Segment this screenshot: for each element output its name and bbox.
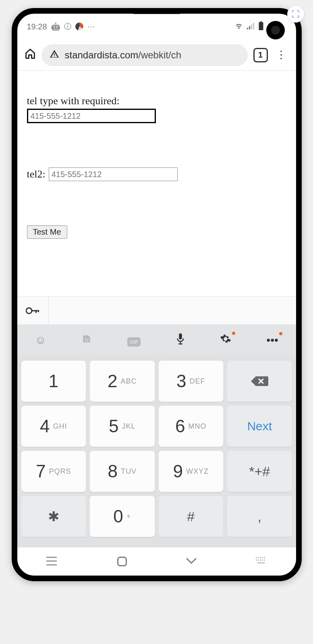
key-4[interactable]: 4GHI (21, 406, 86, 447)
key-1[interactable]: 1 (21, 361, 86, 402)
key-3[interactable]: 3DEF (159, 361, 224, 402)
svg-rect-18 (262, 557, 263, 558)
svg-rect-20 (256, 559, 257, 561)
nav-keyboard-switch-icon[interactable] (256, 557, 266, 566)
more-notifications-icon: ⋯ (87, 22, 95, 31)
keyboard-more-icon[interactable]: ••• (266, 334, 278, 347)
smart-select-icon: ⛶ (287, 6, 304, 23)
tel2-input[interactable] (49, 167, 178, 181)
key-0[interactable]: 0+ (90, 496, 155, 537)
key-6[interactable]: 6MNO (159, 406, 224, 447)
phone-frame: 19:28 🤖 ⓘ ⋯ (12, 8, 302, 581)
autofill-strip (17, 296, 296, 324)
url-bar[interactable]: standardista.com/webkit/ch (41, 44, 248, 66)
tabs-button[interactable]: 1 (253, 48, 268, 62)
password-key-icon[interactable] (17, 297, 49, 324)
key-5[interactable]: 5JKL (90, 406, 155, 447)
svg-rect-23 (262, 559, 263, 561)
svg-rect-12 (179, 333, 182, 339)
not-secure-icon (50, 49, 59, 61)
status-bar: 19:28 🤖 ⓘ ⋯ (17, 14, 296, 39)
tel1-input[interactable] (27, 109, 156, 123)
tab-count-label: 1 (258, 50, 263, 60)
key-7[interactable]: 7PQRS (21, 451, 86, 492)
svg-rect-15 (256, 557, 257, 558)
mic-icon[interactable] (176, 333, 185, 348)
test-me-button[interactable]: Test Me (27, 225, 67, 239)
nav-home-button[interactable] (117, 557, 127, 566)
svg-rect-17 (260, 557, 261, 558)
front-camera (266, 21, 285, 39)
clock: 19:28 (27, 22, 47, 31)
key-next[interactable]: Next (227, 406, 292, 447)
numeric-keypad: 1 2ABC 3DEF 4GHI 5JKL 6MNO Next 7PQRS 8T… (17, 356, 296, 547)
svg-rect-8 (35, 310, 37, 313)
wifi-icon (235, 22, 243, 31)
nav-recents-button[interactable]: ||| (46, 556, 59, 567)
svg-rect-16 (258, 557, 259, 558)
android-icon: 🤖 (51, 22, 60, 31)
browser-toolbar: standardista.com/webkit/ch 1 ⋮ (17, 39, 296, 71)
sticker-icon[interactable] (81, 334, 92, 347)
svg-point-6 (26, 308, 32, 314)
svg-rect-2 (251, 25, 252, 29)
svg-rect-14 (178, 343, 182, 345)
key-8[interactable]: 8TUV (90, 451, 155, 492)
svg-rect-4 (260, 21, 261, 22)
svg-rect-22 (260, 559, 261, 561)
key-2[interactable]: 2ABC (90, 361, 155, 402)
key-backspace[interactable] (227, 361, 292, 402)
key-star[interactable]: ✱ (21, 496, 86, 537)
svg-rect-25 (257, 562, 265, 564)
svg-rect-3 (253, 23, 254, 29)
info-icon: ⓘ (64, 22, 71, 31)
webpage-content: tel type with required: tel2: Test Me (17, 71, 296, 296)
svg-point-10 (85, 338, 86, 339)
svg-rect-19 (264, 557, 265, 558)
nav-back-button[interactable] (186, 555, 197, 568)
phone-speaker (133, 11, 181, 14)
svg-rect-7 (31, 310, 39, 311)
gif-icon[interactable]: GIF (127, 334, 141, 347)
keyboard-toolbar: ☺ GIF ••• (17, 324, 296, 356)
svg-rect-1 (249, 26, 250, 29)
svg-rect-24 (264, 559, 265, 561)
svg-rect-13 (180, 341, 181, 343)
svg-rect-21 (258, 559, 259, 561)
svg-point-11 (87, 338, 89, 339)
overflow-menu-button[interactable]: ⋮ (274, 49, 289, 61)
emoji-icon[interactable]: ☺ (35, 334, 46, 347)
tel2-label: tel2: (27, 168, 46, 180)
battery-icon (258, 21, 264, 32)
url-text: standardista.com/webkit/ch (65, 50, 181, 61)
svg-rect-5 (259, 22, 263, 30)
key-comma[interactable]: , (227, 496, 292, 537)
navigation-bar: ||| (17, 547, 296, 576)
signal-icon (247, 22, 254, 31)
key-symbols[interactable]: *+# (227, 451, 292, 492)
key-pound[interactable]: # (159, 496, 224, 537)
key-9[interactable]: 9WXYZ (159, 451, 224, 492)
app-swirl-icon (75, 23, 83, 31)
home-button[interactable] (25, 48, 36, 62)
svg-rect-9 (38, 310, 39, 312)
settings-icon[interactable] (220, 333, 231, 347)
autofill-suggestion-area[interactable] (49, 297, 296, 324)
tel1-label: tel type with required: (27, 95, 286, 107)
svg-rect-0 (247, 28, 248, 29)
